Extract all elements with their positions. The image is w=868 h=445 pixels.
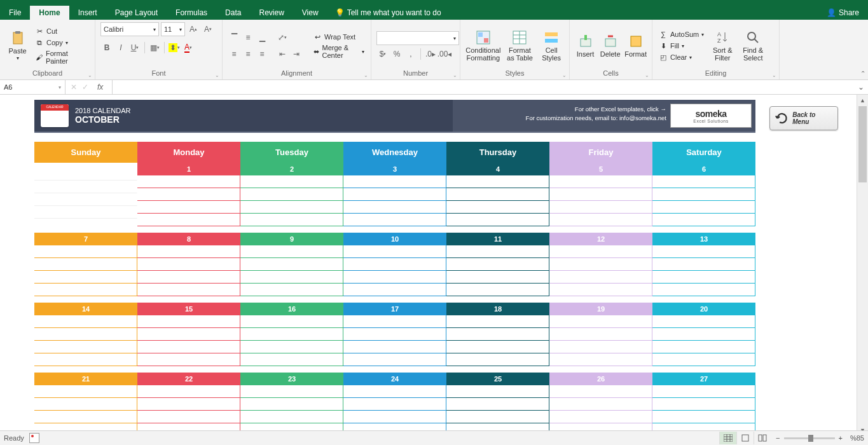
- day-slot[interactable]: [446, 398, 549, 411]
- day-cell[interactable]: 1: [137, 163, 240, 226]
- day-slot[interactable]: [240, 411, 343, 423]
- page-break-view-button[interactable]: [754, 432, 771, 444]
- zoom-level[interactable]: %85: [850, 434, 864, 442]
- decrease-decimal-button[interactable]: .00◂: [438, 48, 451, 60]
- day-slot[interactable]: [34, 168, 137, 181]
- day-cell[interactable]: [34, 163, 137, 226]
- day-slot[interactable]: [343, 201, 446, 214]
- day-slot[interactable]: [34, 206, 137, 219]
- day-slot[interactable]: [652, 271, 755, 284]
- delete-cells-button[interactable]: Delete: [600, 22, 621, 69]
- day-slot[interactable]: [34, 385, 137, 398]
- day-cell[interactable]: 12: [549, 233, 652, 296]
- day-slot[interactable]: [34, 271, 137, 284]
- day-slot[interactable]: [652, 214, 755, 226]
- day-slot[interactable]: [343, 411, 446, 423]
- tab-data[interactable]: Data: [216, 6, 250, 20]
- day-cell[interactable]: 10: [343, 233, 446, 296]
- day-slot[interactable]: [240, 258, 343, 271]
- fx-button[interactable]: fx: [93, 83, 107, 92]
- day-cell[interactable]: 18: [446, 303, 549, 366]
- day-cell[interactable]: 3: [343, 163, 446, 226]
- wrap-text-button[interactable]: ↩Wrap Text: [312, 32, 366, 42]
- day-cell[interactable]: 27: [652, 373, 755, 435]
- day-slot[interactable]: [343, 175, 446, 188]
- day-slot[interactable]: [343, 284, 446, 296]
- day-slot[interactable]: [446, 385, 549, 398]
- align-middle-button[interactable]: ≡: [242, 31, 254, 44]
- day-slot[interactable]: [240, 385, 343, 398]
- normal-view-button[interactable]: [719, 432, 736, 444]
- conditional-formatting-button[interactable]: Conditional Formatting: [465, 22, 501, 69]
- zoom-out-button[interactable]: −: [776, 434, 780, 442]
- day-slot[interactable]: [652, 175, 755, 188]
- back-to-menu-button[interactable]: Back to Menu: [769, 106, 838, 130]
- day-slot[interactable]: [446, 411, 549, 423]
- day-cell[interactable]: 14: [34, 303, 137, 366]
- day-slot[interactable]: [137, 341, 240, 353]
- day-cell[interactable]: 6: [652, 163, 755, 226]
- day-slot[interactable]: [652, 201, 755, 214]
- day-cell[interactable]: 4: [446, 163, 549, 226]
- day-cell[interactable]: 9: [240, 233, 343, 296]
- cell-styles-button[interactable]: Cell Styles: [539, 22, 564, 69]
- day-slot[interactable]: [652, 341, 755, 353]
- day-slot[interactable]: [549, 353, 652, 366]
- tab-review[interactable]: Review: [250, 6, 293, 20]
- day-slot[interactable]: [446, 258, 549, 271]
- day-slot[interactable]: [652, 315, 755, 328]
- day-slot[interactable]: [446, 328, 549, 341]
- day-cell[interactable]: 20: [652, 303, 755, 366]
- day-slot[interactable]: [137, 201, 240, 214]
- insert-cells-button[interactable]: Insert: [575, 22, 596, 69]
- day-slot[interactable]: [137, 284, 240, 296]
- day-cell[interactable]: 26: [549, 373, 652, 435]
- day-slot[interactable]: [137, 411, 240, 423]
- day-cell[interactable]: 17: [343, 303, 446, 366]
- day-slot[interactable]: [549, 284, 652, 296]
- day-cell[interactable]: 19: [549, 303, 652, 366]
- vertical-scrollbar[interactable]: ▲ ▼: [857, 95, 868, 435]
- macro-record-icon[interactable]: [29, 433, 39, 443]
- accounting-format-button[interactable]: $▾: [376, 48, 389, 60]
- day-slot[interactable]: [34, 315, 137, 328]
- day-slot[interactable]: [343, 328, 446, 341]
- day-slot[interactable]: [240, 315, 343, 328]
- day-slot[interactable]: [652, 258, 755, 271]
- day-slot[interactable]: [34, 398, 137, 411]
- day-slot[interactable]: [652, 353, 755, 366]
- day-slot[interactable]: [446, 214, 549, 226]
- day-cell[interactable]: 2: [240, 163, 343, 226]
- bold-button[interactable]: B: [100, 41, 113, 54]
- format-as-table-button[interactable]: Format as Table: [505, 22, 535, 69]
- align-left-button[interactable]: ≡: [228, 48, 240, 60]
- italic-button[interactable]: I: [114, 41, 127, 54]
- day-slot[interactable]: [34, 284, 137, 296]
- day-slot[interactable]: [34, 181, 137, 193]
- day-slot[interactable]: [343, 341, 446, 353]
- clear-button[interactable]: ◰Clear▾: [658, 52, 705, 62]
- fill-button[interactable]: ⬇Fill▾: [658, 41, 705, 51]
- day-slot[interactable]: [343, 315, 446, 328]
- day-cell[interactable]: 11: [446, 233, 549, 296]
- tab-formulas[interactable]: Formulas: [167, 6, 216, 20]
- day-slot[interactable]: [240, 201, 343, 214]
- day-slot[interactable]: [240, 245, 343, 258]
- day-slot[interactable]: [240, 214, 343, 226]
- day-slot[interactable]: [240, 188, 343, 201]
- zoom-in-button[interactable]: +: [839, 434, 843, 442]
- day-slot[interactable]: [343, 398, 446, 411]
- day-slot[interactable]: [549, 411, 652, 423]
- expand-formula-bar-button[interactable]: ⌄: [854, 83, 868, 92]
- zoom-slider[interactable]: [784, 437, 835, 439]
- day-slot[interactable]: [446, 245, 549, 258]
- tab-view[interactable]: View: [293, 6, 327, 20]
- day-slot[interactable]: [137, 398, 240, 411]
- day-slot[interactable]: [34, 411, 137, 423]
- day-cell[interactable]: 15: [137, 303, 240, 366]
- day-slot[interactable]: [34, 353, 137, 366]
- day-slot[interactable]: [137, 315, 240, 328]
- tell-me[interactable]: 💡Tell me what you want to do: [327, 6, 449, 20]
- day-slot[interactable]: [240, 284, 343, 296]
- page-layout-view-button[interactable]: [736, 432, 754, 444]
